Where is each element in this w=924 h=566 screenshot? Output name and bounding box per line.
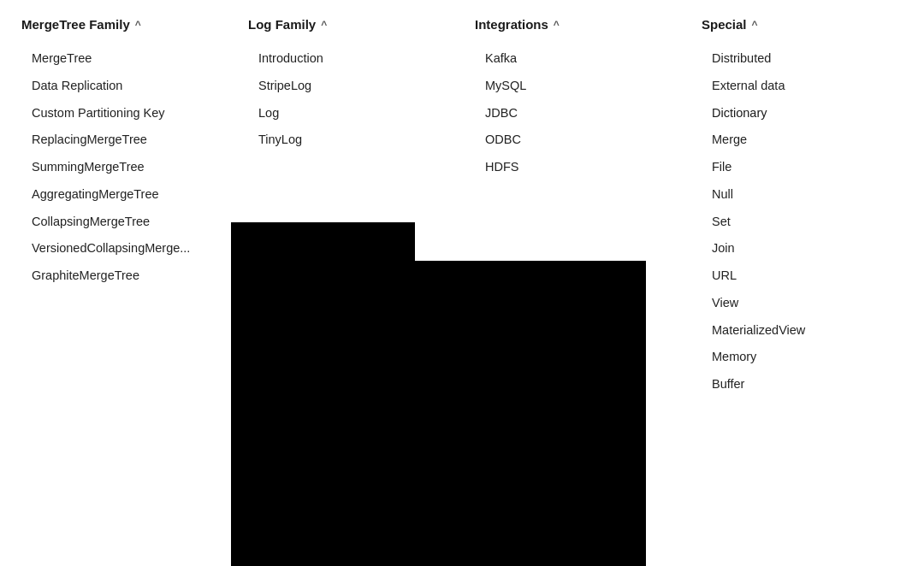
- column-header-label-mergetree-family: MergeTree Family: [21, 17, 130, 32]
- list-item[interactable]: Introduction: [248, 45, 449, 73]
- column-header-label-special: Special: [702, 17, 747, 32]
- list-item[interactable]: URL: [702, 262, 903, 290]
- list-item[interactable]: StripeLog: [248, 73, 449, 100]
- list-item[interactable]: File: [702, 154, 903, 181]
- list-item[interactable]: Merge: [702, 127, 903, 154]
- column-header-label-integrations: Integrations: [475, 17, 548, 32]
- column-special: Special^DistributedExternal dataDictiona…: [689, 17, 915, 398]
- list-item[interactable]: HDFS: [475, 154, 676, 181]
- list-item[interactable]: Kafka: [475, 45, 676, 73]
- black-overlay-1: [231, 222, 415, 566]
- column-header-mergetree-family[interactable]: MergeTree Family^: [21, 17, 222, 32]
- column-header-special[interactable]: Special^: [702, 17, 903, 32]
- column-header-label-log-family: Log Family: [248, 17, 316, 32]
- list-item[interactable]: Log: [248, 100, 449, 127]
- column-caret-log-family: ^: [321, 19, 327, 31]
- list-item[interactable]: ReplacingMergeTree: [21, 127, 222, 154]
- list-item[interactable]: MySQL: [475, 73, 676, 100]
- list-item[interactable]: SummingMergeTree: [21, 154, 222, 181]
- column-header-log-family[interactable]: Log Family^: [248, 17, 449, 32]
- column-caret-integrations: ^: [554, 19, 560, 31]
- list-item[interactable]: MergeTree: [21, 45, 222, 73]
- column-caret-mergetree-family: ^: [135, 19, 141, 31]
- list-item[interactable]: ODBC: [475, 127, 676, 154]
- column-caret-special: ^: [752, 19, 758, 31]
- list-item[interactable]: GraphiteMergeTree: [21, 262, 222, 290]
- list-item[interactable]: AggregatingMergeTree: [21, 181, 222, 209]
- list-item[interactable]: Dictionary: [702, 100, 903, 127]
- list-item[interactable]: Memory: [702, 344, 903, 371]
- list-item[interactable]: Buffer: [702, 371, 903, 398]
- list-item[interactable]: JDBC: [475, 100, 676, 127]
- list-item[interactable]: TinyLog: [248, 127, 449, 154]
- list-item[interactable]: VersionedCollapsingMerge...: [21, 235, 222, 262]
- list-item[interactable]: Null: [702, 181, 903, 209]
- list-item[interactable]: Custom Partitioning Key: [21, 100, 222, 127]
- list-item[interactable]: CollapsingMergeTree: [21, 209, 222, 236]
- list-item[interactable]: External data: [702, 73, 903, 100]
- list-item[interactable]: View: [702, 290, 903, 317]
- list-item[interactable]: Distributed: [702, 45, 903, 73]
- black-overlay-2: [415, 261, 646, 566]
- column-mergetree-family: MergeTree Family^MergeTreeData Replicati…: [9, 17, 235, 398]
- list-item[interactable]: Join: [702, 235, 903, 262]
- list-item[interactable]: Set: [702, 209, 903, 236]
- list-item[interactable]: Data Replication: [21, 73, 222, 100]
- column-header-integrations[interactable]: Integrations^: [475, 17, 676, 32]
- list-item[interactable]: MaterializedView: [702, 317, 903, 345]
